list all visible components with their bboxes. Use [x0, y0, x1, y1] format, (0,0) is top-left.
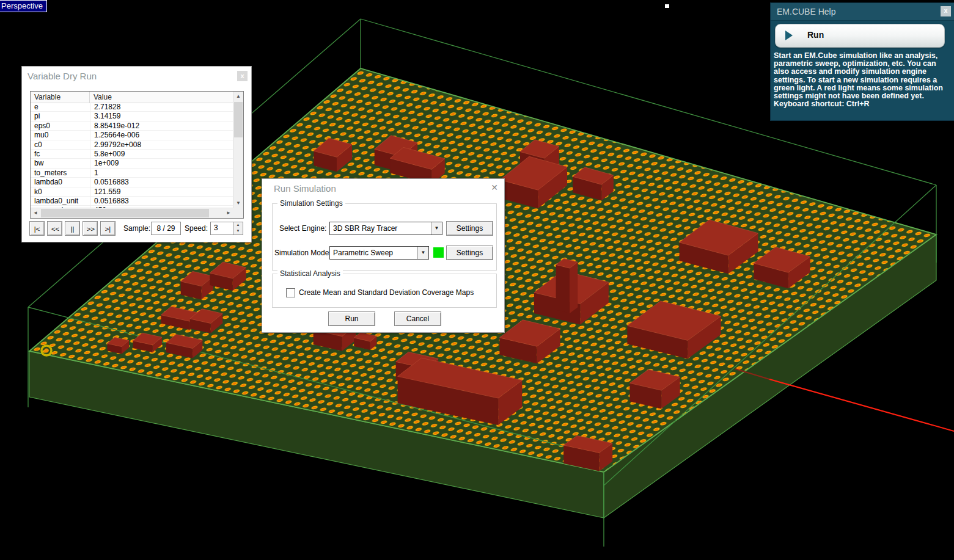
- variable-value: 1.25664e-006: [94, 131, 139, 139]
- table-row[interactable]: to_meters1: [31, 169, 233, 178]
- variable-value: 3.14159: [94, 112, 120, 120]
- select-engine-label: Select Engine:: [279, 224, 326, 233]
- scroll-right-icon[interactable]: ►: [224, 208, 233, 218]
- dialog-title: Variable Dry Run: [28, 71, 97, 81]
- variable-name: lambda0_unit: [34, 197, 78, 205]
- mode-value: Parametric Sweep: [333, 249, 393, 257]
- speed-value: 3: [214, 224, 218, 232]
- column-header-value[interactable]: Value: [90, 92, 233, 103]
- chevron-down-icon[interactable]: ▼: [417, 247, 428, 259]
- column-divider: [90, 103, 90, 208]
- playback-button-1[interactable]: <<: [47, 221, 62, 236]
- variable-name: to_meters: [34, 169, 67, 177]
- chevron-down-icon[interactable]: ▼: [431, 222, 442, 235]
- help-body-text: Start an EM.Cube simulation like an anal…: [774, 52, 950, 108]
- scroll-down-icon[interactable]: ▼: [233, 198, 243, 208]
- table-row[interactable]: fc5.8e+009: [31, 150, 233, 159]
- table-row[interactable]: pi3.14159: [31, 112, 233, 121]
- variable-name: eps0: [34, 122, 50, 130]
- variable-name: c0: [34, 140, 42, 149]
- variable-value: 1: [94, 169, 98, 177]
- variable-value: 5.8e+009: [94, 150, 125, 158]
- variable-value: 1e+009: [94, 159, 119, 167]
- variable-name: k0: [34, 187, 42, 196]
- table-row[interactable]: mu01.25664e-006: [31, 131, 233, 140]
- table-header[interactable]: Variable Value: [31, 92, 233, 103]
- variable-value: 8.85419e-012: [94, 122, 139, 130]
- table-row[interactable]: eps08.85419e-012: [31, 122, 233, 131]
- variable-name: pi: [34, 112, 40, 120]
- spin-down-icon[interactable]: ▼: [233, 228, 243, 235]
- variable-name: e: [34, 103, 39, 111]
- table-row[interactable]: lambda0_unit0.0516883: [31, 197, 233, 206]
- help-run-label: Run: [807, 30, 824, 40]
- viewport-mode-label: Perspective: [0, 0, 47, 12]
- coverage-maps-checkbox[interactable]: [286, 288, 295, 297]
- cancel-button[interactable]: Cancel: [394, 311, 441, 326]
- group-label: Statistical Analysis: [277, 269, 343, 278]
- scroll-up-icon[interactable]: ▲: [233, 92, 243, 101]
- variable-value: 0.0516883: [94, 178, 129, 186]
- horizontal-scrollbar[interactable]: ◄ ►: [31, 208, 233, 218]
- variable-name: mu0: [34, 131, 48, 139]
- table-row[interactable]: c02.99792e+008: [31, 140, 233, 150]
- run-simulation-dialog: Run Simulation ✕ Simulation Settings Sel…: [262, 178, 505, 333]
- variable-name: lambda0: [34, 178, 62, 186]
- playback-button-3[interactable]: >>: [83, 221, 98, 236]
- dialog-title: Run Simulation: [274, 183, 336, 194]
- sample-counter: 8 / 29: [151, 222, 181, 235]
- simulation-ready-indicator: [433, 247, 444, 258]
- simulation-settings-group: Simulation Settings: [272, 203, 497, 271]
- close-icon[interactable]: ✕: [491, 183, 498, 192]
- table-row[interactable]: bw1e+009: [31, 159, 233, 168]
- help-title-bar: EM.CUBE Help x: [771, 3, 954, 21]
- simulation-mode-label: Simulation Mode:: [274, 249, 331, 257]
- table-row[interactable]: e2.71828: [31, 103, 233, 112]
- variable-table[interactable]: Variable Value e2.71828pi3.14159eps08.85…: [30, 91, 244, 219]
- variable-name: fc: [34, 150, 40, 158]
- engine-value: 3D SBR Ray Tracer: [333, 224, 397, 233]
- speed-label: Speed:: [185, 224, 208, 233]
- engine-settings-button[interactable]: Settings: [446, 221, 493, 236]
- table-row[interactable]: k0121.559: [31, 187, 233, 197]
- vertical-scrollbar[interactable]: ▲ ▼: [233, 92, 243, 208]
- mode-settings-button[interactable]: Settings: [446, 245, 493, 260]
- table-body: e2.71828pi3.14159eps08.85419e-012mu01.25…: [31, 103, 233, 208]
- help-title: EM.CUBE Help: [777, 7, 835, 16]
- table-row[interactable]: lambda00.0516883: [31, 178, 233, 187]
- group-label: Simulation Settings: [277, 199, 345, 208]
- close-icon[interactable]: x: [237, 71, 248, 81]
- mode-select[interactable]: Parametric Sweep ▼: [329, 246, 429, 260]
- variable-value: 0.0516883: [94, 197, 129, 205]
- playback-button-2[interactable]: ||: [65, 221, 80, 236]
- speed-stepper[interactable]: 3 ▲ ▼: [210, 222, 243, 235]
- vertical-scroll-thumb[interactable]: [234, 102, 243, 137]
- application-window: Perspective Variable Dry Run x Variable …: [0, 0, 954, 560]
- help-run-button[interactable]: Run: [775, 24, 945, 48]
- close-icon[interactable]: x: [941, 6, 951, 16]
- variable-value: 2.71828: [94, 103, 120, 111]
- sample-label: Sample:: [123, 224, 150, 233]
- run-button[interactable]: Run: [328, 311, 375, 326]
- playback-button-0[interactable]: |<: [29, 221, 45, 236]
- variable-value: 2.99792e+008: [94, 140, 141, 149]
- column-header-variable[interactable]: Variable: [31, 92, 90, 103]
- variable-name: bw: [34, 159, 43, 167]
- engine-select[interactable]: 3D SBR Ray Tracer ▼: [329, 222, 442, 235]
- variable-value: 121.559: [94, 187, 120, 196]
- play-icon: [785, 31, 793, 40]
- help-panel: EM.CUBE Help x Run Start an EM.Cube simu…: [770, 2, 954, 121]
- scroll-left-icon[interactable]: ◄: [31, 208, 40, 218]
- cursor-artifact: [665, 4, 669, 8]
- scrollbar-corner: [233, 208, 243, 218]
- variable-dry-run-dialog: Variable Dry Run x Variable Value e2.718…: [21, 66, 252, 242]
- horizontal-scroll-thumb[interactable]: [41, 209, 209, 217]
- coverage-maps-label: Create Mean and Standard Deviation Cover…: [299, 288, 474, 297]
- playback-button-4[interactable]: >|: [100, 221, 116, 236]
- spin-up-icon[interactable]: ▲: [233, 222, 243, 228]
